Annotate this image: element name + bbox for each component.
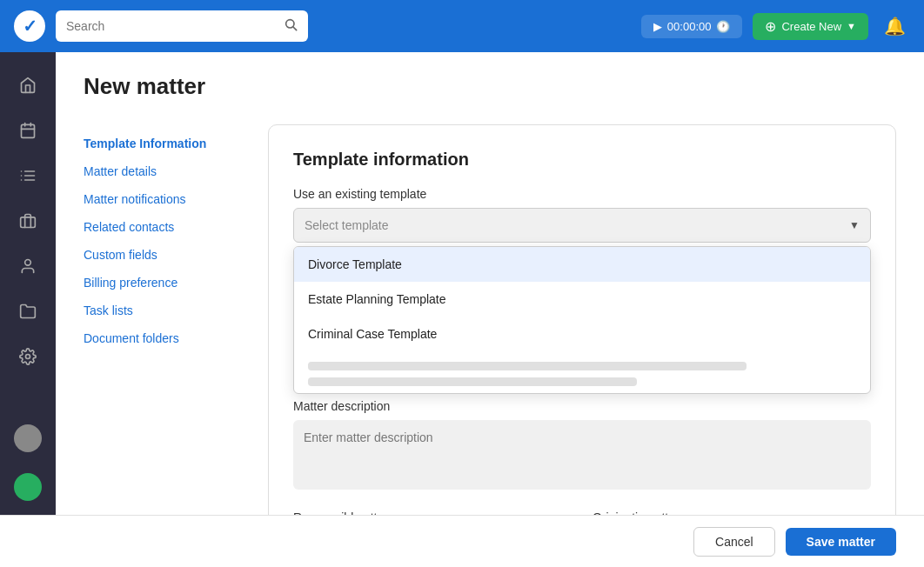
form-card: Template information Use an existing tem… — [268, 124, 896, 515]
timer-value: 00:00:00 — [667, 20, 712, 33]
create-new-label: Create New — [781, 20, 841, 33]
sidebar-item-briefcase[interactable] — [9, 202, 47, 240]
nav-item-task-lists[interactable]: Task lists — [84, 298, 240, 323]
responsible-attorney-col: Responsible attorney — [293, 510, 572, 515]
search-icon — [284, 17, 298, 35]
dropdown-item-estate[interactable]: Estate Planning Template — [294, 282, 870, 317]
nav-item-document-folders[interactable]: Document folders — [84, 326, 240, 350]
placeholder-line-1 — [308, 362, 747, 370]
nav-item-custom-fields[interactable]: Custom fields — [84, 243, 240, 267]
description-section: Matter description — [293, 399, 871, 493]
sidebar-item-contacts[interactable] — [9, 247, 47, 285]
attorney-row: Responsible attorney Originating attorne… — [293, 510, 871, 515]
svg-line-1 — [293, 27, 297, 30]
sidebar-item-home[interactable] — [9, 66, 47, 104]
section-title: Template information — [293, 150, 871, 170]
sidebar-item-settings[interactable] — [9, 337, 47, 376]
app-logo[interactable]: ✓ — [14, 10, 45, 42]
user-avatar-green[interactable] — [14, 473, 42, 501]
template-select-wrapper: Select template ▼ Divorce Template Estat… — [293, 208, 871, 243]
notification-button[interactable]: 🔔 — [879, 10, 910, 42]
select-placeholder: Select template — [305, 218, 389, 232]
chevron-down-icon: ▼ — [849, 219, 860, 231]
cancel-button[interactable]: Cancel — [693, 527, 775, 557]
save-matter-button[interactable]: Save matter — [786, 528, 896, 556]
page-title: New matter — [84, 73, 896, 100]
bottom-bar: Cancel Save matter — [0, 515, 924, 567]
sidebar-item-folder[interactable] — [9, 292, 47, 330]
svg-rect-2 — [22, 124, 35, 137]
content-area: New matter Template Information Matter d… — [56, 52, 924, 515]
form-layout: Template Information Matter details Matt… — [84, 124, 896, 515]
play-icon: ▶ — [653, 20, 662, 33]
create-new-button[interactable]: ⊕ Create New ▼ — [753, 13, 868, 40]
logo-check-icon: ✓ — [23, 16, 37, 37]
search-input[interactable] — [66, 19, 277, 33]
nav-item-billing-preference[interactable]: Billing preference — [84, 270, 240, 295]
dropdown-item-criminal[interactable]: Criminal Case Template — [294, 317, 870, 351]
svg-rect-12 — [21, 217, 36, 228]
chevron-down-icon: ▼ — [847, 21, 856, 31]
plus-icon: ⊕ — [765, 18, 776, 35]
user-avatar-gray[interactable] — [14, 424, 42, 452]
sidebar — [0, 52, 56, 515]
main-layout: New matter Template Information Matter d… — [0, 52, 924, 515]
left-navigation: Template Information Matter details Matt… — [84, 124, 240, 350]
top-navigation: ✓ ▶ 00:00:00 🕐 ⊕ Create New ▼ 🔔 — [0, 0, 924, 52]
template-dropdown: Divorce Template Estate Planning Templat… — [293, 246, 871, 394]
nav-item-matter-details[interactable]: Matter details — [84, 159, 240, 183]
svg-point-13 — [25, 260, 31, 266]
description-textarea[interactable] — [293, 420, 871, 490]
notification-icon: 🔔 — [884, 16, 906, 37]
responsible-attorney-label: Responsible attorney — [293, 510, 572, 515]
select-template-label: Use an existing template — [293, 187, 871, 201]
svg-point-14 — [26, 355, 30, 359]
description-label: Matter description — [293, 399, 871, 413]
nav-item-matter-notifications[interactable]: Matter notifications — [84, 187, 240, 211]
placeholder-line-2 — [308, 377, 637, 386]
search-bar[interactable] — [56, 10, 308, 42]
originating-attorney-label: Originating attorney — [593, 510, 871, 515]
sidebar-item-list[interactable] — [9, 157, 47, 195]
originating-attorney-col: Originating attorney — [593, 510, 871, 515]
nav-item-related-contacts[interactable]: Related contacts — [84, 215, 240, 239]
nav-item-template-information[interactable]: Template Information — [84, 131, 240, 156]
dropdown-item-divorce[interactable]: Divorce Template — [294, 247, 870, 282]
dropdown-placeholder-lines — [294, 351, 870, 393]
template-select[interactable]: Select template ▼ — [293, 208, 871, 243]
timer-button[interactable]: ▶ 00:00:00 🕐 — [641, 15, 743, 38]
sidebar-item-calendar[interactable] — [9, 111, 47, 150]
clock-icon: 🕐 — [716, 20, 730, 33]
